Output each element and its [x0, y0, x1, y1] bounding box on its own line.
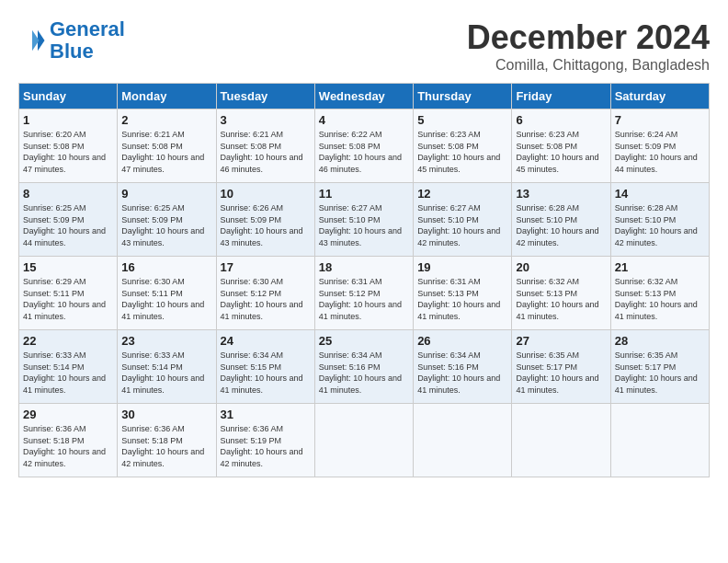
calendar-cell — [610, 404, 709, 477]
day-number: 27 — [516, 334, 606, 348]
calendar-table: Sunday Monday Tuesday Wednesday Thursday… — [18, 83, 710, 477]
calendar-cell: 22 Sunrise: 6:33 AM Sunset: 5:14 PM Dayl… — [19, 330, 118, 404]
day-info: Sunrise: 6:34 AM Sunset: 5:16 PM Dayligh… — [319, 350, 409, 396]
calendar-cell: 7 Sunrise: 6:24 AM Sunset: 5:09 PM Dayli… — [610, 109, 709, 183]
day-number: 23 — [121, 334, 211, 348]
header-sunday: Sunday — [19, 84, 118, 109]
calendar-cell: 13 Sunrise: 6:28 AM Sunset: 5:10 PM Dayl… — [512, 183, 610, 257]
day-number: 20 — [516, 260, 606, 274]
day-number: 31 — [221, 408, 311, 421]
calendar-cell: 9 Sunrise: 6:25 AM Sunset: 5:09 PM Dayli… — [118, 183, 216, 257]
day-info: Sunrise: 6:22 AM Sunset: 5:08 PM Dayligh… — [319, 129, 409, 175]
day-info: Sunrise: 6:30 AM Sunset: 5:11 PM Dayligh… — [121, 276, 211, 322]
day-info: Sunrise: 6:34 AM Sunset: 5:16 PM Dayligh… — [417, 350, 507, 396]
calendar-cell: 15 Sunrise: 6:29 AM Sunset: 5:11 PM Dayl… — [19, 257, 118, 330]
day-info: Sunrise: 6:31 AM Sunset: 5:13 PM Dayligh… — [417, 276, 507, 322]
day-number: 11 — [319, 187, 409, 201]
day-number: 8 — [23, 187, 113, 201]
day-info: Sunrise: 6:27 AM Sunset: 5:10 PM Dayligh… — [319, 202, 409, 248]
day-info: Sunrise: 6:21 AM Sunset: 5:08 PM Dayligh… — [221, 129, 311, 175]
calendar-cell: 16 Sunrise: 6:30 AM Sunset: 5:11 PM Dayl… — [118, 257, 216, 330]
day-number: 9 — [121, 187, 211, 201]
logo-text: General Blue — [50, 18, 125, 63]
header-row: Sunday Monday Tuesday Wednesday Thursday… — [19, 84, 710, 109]
day-number: 4 — [319, 113, 409, 127]
calendar-cell: 12 Sunrise: 6:27 AM Sunset: 5:10 PM Dayl… — [414, 183, 512, 257]
day-info: Sunrise: 6:31 AM Sunset: 5:12 PM Dayligh… — [319, 276, 409, 322]
calendar-cell: 17 Sunrise: 6:30 AM Sunset: 5:12 PM Dayl… — [216, 257, 314, 330]
day-info: Sunrise: 6:33 AM Sunset: 5:14 PM Dayligh… — [23, 350, 113, 396]
calendar-header: Sunday Monday Tuesday Wednesday Thursday… — [19, 84, 710, 109]
day-info: Sunrise: 6:36 AM Sunset: 5:18 PM Dayligh… — [23, 423, 113, 469]
calendar-cell: 5 Sunrise: 6:23 AM Sunset: 5:08 PM Dayli… — [414, 109, 512, 183]
calendar-cell: 26 Sunrise: 6:34 AM Sunset: 5:16 PM Dayl… — [414, 330, 512, 404]
day-number: 7 — [615, 113, 705, 127]
header-saturday: Saturday — [610, 84, 709, 109]
day-info: Sunrise: 6:34 AM Sunset: 5:15 PM Dayligh… — [221, 350, 311, 396]
calendar-cell: 28 Sunrise: 6:35 AM Sunset: 5:17 PM Dayl… — [610, 330, 709, 404]
calendar-cell: 31 Sunrise: 6:36 AM Sunset: 5:19 PM Dayl… — [216, 404, 314, 477]
calendar-cell: 8 Sunrise: 6:25 AM Sunset: 5:09 PM Dayli… — [19, 183, 118, 257]
day-info: Sunrise: 6:36 AM Sunset: 5:19 PM Dayligh… — [221, 423, 311, 469]
header-tuesday: Tuesday — [216, 84, 314, 109]
day-info: Sunrise: 6:23 AM Sunset: 5:08 PM Dayligh… — [417, 129, 507, 175]
calendar-cell: 29 Sunrise: 6:36 AM Sunset: 5:18 PM Dayl… — [19, 404, 118, 477]
day-number: 12 — [417, 187, 507, 201]
calendar-cell: 2 Sunrise: 6:21 AM Sunset: 5:08 PM Dayli… — [118, 109, 216, 183]
header-monday: Monday — [118, 84, 216, 109]
logo-icon — [18, 27, 46, 54]
day-info: Sunrise: 6:33 AM Sunset: 5:14 PM Dayligh… — [121, 350, 211, 396]
day-info: Sunrise: 6:20 AM Sunset: 5:08 PM Dayligh… — [23, 129, 113, 175]
day-info: Sunrise: 6:26 AM Sunset: 5:09 PM Dayligh… — [221, 202, 311, 248]
calendar-cell: 6 Sunrise: 6:23 AM Sunset: 5:08 PM Dayli… — [512, 109, 610, 183]
calendar-cell: 20 Sunrise: 6:32 AM Sunset: 5:13 PM Dayl… — [512, 257, 610, 330]
calendar-cell: 14 Sunrise: 6:28 AM Sunset: 5:10 PM Dayl… — [610, 183, 709, 257]
calendar-cell: 19 Sunrise: 6:31 AM Sunset: 5:13 PM Dayl… — [414, 257, 512, 330]
calendar-cell — [512, 404, 610, 477]
day-info: Sunrise: 6:28 AM Sunset: 5:10 PM Dayligh… — [516, 202, 606, 248]
calendar-cell: 3 Sunrise: 6:21 AM Sunset: 5:08 PM Dayli… — [216, 109, 314, 183]
logo-line2: Blue — [50, 40, 94, 63]
day-number: 6 — [516, 113, 606, 127]
day-number: 22 — [23, 334, 113, 348]
day-number: 15 — [23, 260, 113, 274]
calendar-body: 1 Sunrise: 6:20 AM Sunset: 5:08 PM Dayli… — [19, 109, 710, 477]
day-info: Sunrise: 6:21 AM Sunset: 5:08 PM Dayligh… — [121, 129, 211, 175]
day-info: Sunrise: 6:32 AM Sunset: 5:13 PM Dayligh… — [615, 276, 705, 322]
day-number: 1 — [23, 113, 113, 127]
day-number: 16 — [121, 260, 211, 274]
day-info: Sunrise: 6:28 AM Sunset: 5:10 PM Dayligh… — [615, 202, 705, 248]
day-number: 17 — [221, 260, 311, 274]
calendar-title: December 2024 — [467, 18, 710, 57]
day-number: 19 — [417, 260, 507, 274]
day-number: 18 — [319, 260, 409, 274]
day-info: Sunrise: 6:25 AM Sunset: 5:09 PM Dayligh… — [23, 202, 113, 248]
calendar-cell: 10 Sunrise: 6:26 AM Sunset: 5:09 PM Dayl… — [216, 183, 314, 257]
day-number: 30 — [121, 408, 211, 421]
logo-line1: General — [50, 17, 125, 40]
logo: General Blue — [18, 18, 125, 63]
calendar-cell: 1 Sunrise: 6:20 AM Sunset: 5:08 PM Dayli… — [19, 109, 118, 183]
calendar-subtitle: Comilla, Chittagong, Bangladesh — [467, 57, 710, 74]
calendar-week-row: 15 Sunrise: 6:29 AM Sunset: 5:11 PM Dayl… — [19, 257, 710, 330]
calendar-cell: 4 Sunrise: 6:22 AM Sunset: 5:08 PM Dayli… — [314, 109, 413, 183]
calendar-week-row: 29 Sunrise: 6:36 AM Sunset: 5:18 PM Dayl… — [19, 404, 710, 477]
calendar-cell: 11 Sunrise: 6:27 AM Sunset: 5:10 PM Dayl… — [314, 183, 413, 257]
day-info: Sunrise: 6:25 AM Sunset: 5:09 PM Dayligh… — [121, 202, 211, 248]
calendar-week-row: 22 Sunrise: 6:33 AM Sunset: 5:14 PM Dayl… — [19, 330, 710, 404]
header-thursday: Thursday — [414, 84, 512, 109]
day-number: 10 — [221, 187, 311, 201]
day-number: 26 — [417, 334, 507, 348]
calendar-cell: 18 Sunrise: 6:31 AM Sunset: 5:12 PM Dayl… — [314, 257, 413, 330]
calendar-week-row: 1 Sunrise: 6:20 AM Sunset: 5:08 PM Dayli… — [19, 109, 710, 183]
day-number: 2 — [121, 113, 211, 127]
day-number: 5 — [417, 113, 507, 127]
header-friday: Friday — [512, 84, 610, 109]
day-info: Sunrise: 6:24 AM Sunset: 5:09 PM Dayligh… — [615, 129, 705, 175]
day-number: 3 — [221, 113, 311, 127]
day-info: Sunrise: 6:35 AM Sunset: 5:17 PM Dayligh… — [516, 350, 606, 396]
header-wednesday: Wednesday — [314, 84, 413, 109]
calendar-cell: 21 Sunrise: 6:32 AM Sunset: 5:13 PM Dayl… — [610, 257, 709, 330]
header: General Blue December 2024 Comilla, Chit… — [18, 18, 710, 74]
day-number: 24 — [221, 334, 311, 348]
